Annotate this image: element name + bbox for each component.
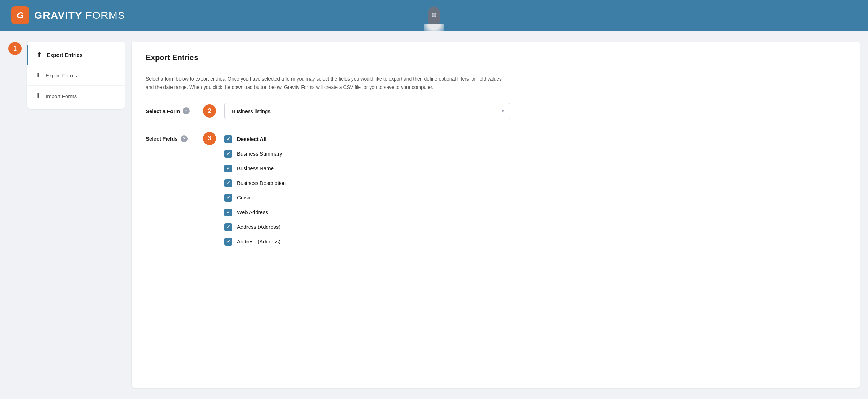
step-1-badge: 1 (8, 42, 22, 55)
check-icon: ✓ (227, 136, 230, 142)
header: G GRAVITY FORMS (0, 0, 868, 31)
field-label-address-1: Address (Address) (237, 224, 280, 230)
check-icon: ✓ (227, 210, 230, 215)
field-item-business-name: ✓ Business Name (224, 161, 510, 176)
check-icon: ✓ (227, 151, 230, 156)
sidebar-item-label-import-forms: Import Forms (46, 93, 77, 99)
logo-icon: G (11, 6, 29, 24)
field-label-business-description: Business Description (237, 180, 286, 186)
field-label-business-summary: Business Summary (237, 151, 282, 157)
sidebar-item-export-forms[interactable]: ⬆ Export Forms (27, 65, 125, 86)
check-icon: ✓ (227, 239, 230, 244)
select-form-label: Select a Form ? (146, 107, 195, 114)
rocket-body (428, 6, 440, 24)
rocket-window (432, 13, 436, 17)
select-form-help-icon[interactable]: ? (183, 107, 190, 114)
step-2-badge: 2 (203, 104, 216, 118)
field-label-cuisine: Cuisine (237, 195, 254, 201)
sidebar: ⬆ Export Entries ⬆ Export Forms ⬇ Import… (27, 42, 125, 109)
sidebar-item-import-forms[interactable]: ⬇ Import Forms (27, 86, 125, 106)
select-form-dropdown[interactable]: Business listings Contact Form Survey (224, 103, 510, 119)
checkbox-web-address[interactable]: ✓ (224, 209, 232, 216)
rocket-flame (424, 24, 444, 31)
sidebar-item-export-entries[interactable]: ⬆ Export Entries (27, 45, 125, 65)
select-form-row: Select a Form ? 2 Business listings Cont… (146, 103, 846, 119)
field-label-address-2: Address (Address) (237, 239, 280, 244)
select-fields-help-icon[interactable]: ? (181, 135, 188, 142)
checkbox-deselect-all[interactable]: ✓ (224, 135, 232, 143)
export-forms-icon: ⬆ (36, 71, 41, 79)
checkbox-address-2[interactable]: ✓ (224, 238, 232, 246)
field-item-address-2: ✓ Address (Address) (224, 234, 510, 249)
select-form-wrapper: Business listings Contact Form Survey ▾ (224, 103, 510, 119)
checkbox-business-description[interactable]: ✓ (224, 179, 232, 187)
field-label-deselect-all: Deselect All (237, 136, 267, 142)
sidebar-item-label-export-entries: Export Entries (47, 52, 83, 58)
field-label-web-address: Web Address (237, 209, 268, 215)
import-forms-icon: ⬇ (36, 92, 41, 100)
field-item-web-address: ✓ Web Address (224, 205, 510, 220)
main-container: 1 ⬆ Export Entries ⬆ Export Forms ⬇ Impo… (0, 31, 868, 399)
field-item-deselect-all: ✓ Deselect All (224, 132, 510, 146)
logo: G GRAVITY FORMS (11, 6, 125, 24)
page-title: Export Entries (146, 53, 846, 68)
select-fields-row: Select Fields ? 3 ✓ Deselect All (146, 132, 846, 249)
check-icon: ✓ (227, 166, 230, 171)
fields-list: ✓ Deselect All ✓ Business Summary ✓ B (224, 132, 510, 249)
checkbox-business-name[interactable]: ✓ (224, 165, 232, 172)
checkbox-address-1[interactable]: ✓ (224, 223, 232, 231)
check-icon: ✓ (227, 224, 230, 229)
field-item-business-description: ✓ Business Description (224, 176, 510, 190)
checkbox-business-summary[interactable]: ✓ (224, 150, 232, 158)
rocket-illustration (424, 6, 444, 31)
export-entries-icon: ⬆ (37, 51, 42, 59)
field-label-business-name: Business Name (237, 165, 274, 171)
content-panel: Export Entries Select a form below to ex… (132, 42, 860, 388)
check-icon: ✓ (227, 180, 230, 186)
field-item-business-summary: ✓ Business Summary (224, 146, 510, 161)
step-3-badge: 3 (203, 132, 216, 145)
select-fields-label: Select Fields ? (146, 135, 195, 142)
logo-text: GRAVITY FORMS (34, 9, 125, 21)
checkbox-cuisine[interactable]: ✓ (224, 194, 232, 202)
check-icon: ✓ (227, 195, 230, 200)
field-item-address-1: ✓ Address (Address) (224, 220, 510, 234)
field-item-cuisine: ✓ Cuisine (224, 190, 510, 205)
sidebar-item-label-export-forms: Export Forms (46, 73, 77, 78)
description-text: Select a form below to export entries. O… (146, 75, 508, 92)
